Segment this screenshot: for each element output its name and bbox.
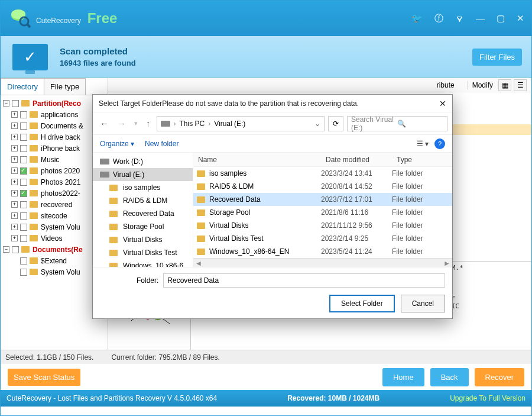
nav-up-icon[interactable]: ↑ — [144, 117, 153, 130]
expand-icon[interactable]: + — [11, 212, 18, 219]
folder-item[interactable]: RAID5 & LDM — [93, 194, 193, 207]
refresh-icon[interactable]: ⟳ — [328, 116, 343, 131]
list-item[interactable]: iso samples2023/3/24 13:41File folder — [193, 167, 452, 180]
folder-item[interactable]: Storage Pool — [93, 220, 193, 233]
checkbox[interactable] — [20, 134, 27, 141]
expand-icon[interactable]: + — [11, 167, 18, 174]
expand-icon[interactable]: + — [11, 111, 18, 118]
tree-item[interactable]: +H drive back — [2, 131, 106, 143]
facebook-icon[interactable]: ⓕ — [434, 13, 443, 24]
expand-icon[interactable]: − — [3, 100, 9, 107]
tree-item[interactable]: +iPhone back — [2, 143, 106, 154]
filter-files-button[interactable]: Filter Files — [472, 49, 522, 66]
tree-item[interactable]: +Photos 2021 — [2, 176, 106, 188]
checkbox[interactable] — [20, 111, 27, 118]
cancel-button[interactable]: Cancel — [401, 295, 445, 312]
tab-directory[interactable]: Directory — [1, 78, 44, 95]
col-type[interactable]: Type — [392, 156, 417, 164]
expand-icon[interactable]: + — [11, 156, 18, 163]
expand-icon[interactable]: + — [11, 190, 18, 196]
expand-icon[interactable]: + — [11, 145, 18, 151]
checkbox[interactable] — [20, 269, 27, 276]
view-grid-icon[interactable]: ▦ — [498, 79, 511, 91]
horizontal-scrollbar[interactable]: ◄► — [193, 258, 452, 267]
save-scan-status-button[interactable]: Save Scan Status — [8, 369, 80, 386]
checkbox[interactable] — [12, 246, 19, 253]
minimize-icon[interactable]: — — [476, 14, 485, 24]
list-item[interactable]: RAID5 & LDM2020/8/14 14:52File folder — [193, 180, 452, 193]
checkbox[interactable] — [20, 201, 27, 208]
checkbox[interactable] — [20, 167, 27, 175]
search-input[interactable]: Search Virual (E:) 🔍 — [347, 116, 447, 131]
tree-item[interactable]: −Documents(Re — [2, 244, 106, 255]
tree-item[interactable]: $Extend — [2, 255, 106, 266]
back-button[interactable]: Back — [430, 368, 469, 386]
tree-item[interactable]: +Documents & — [2, 120, 106, 131]
folder-item[interactable]: Recovered Data — [93, 207, 193, 220]
tree-item[interactable]: +photos2022- — [2, 188, 106, 199]
list-item[interactable]: Virtual Disks2021/11/12 9:56File folder — [193, 219, 452, 232]
close-icon[interactable]: ✕ — [517, 13, 524, 24]
expand-icon[interactable]: + — [11, 179, 18, 185]
expand-icon[interactable]: + — [11, 122, 18, 129]
share-icon[interactable]: ⛛ — [455, 14, 464, 24]
organize-menu[interactable]: Organize ▾ — [100, 140, 134, 148]
nav-forward-icon[interactable]: → — [115, 117, 128, 130]
col-attribute[interactable]: ribute — [432, 81, 468, 89]
tree-item[interactable]: +sitecode — [2, 210, 106, 221]
select-folder-button[interactable]: Select Folder — [329, 295, 395, 312]
upgrade-link[interactable]: Upgrade To Full Version — [450, 394, 525, 402]
tree-item[interactable]: +applications — [2, 109, 106, 120]
drive-item[interactable]: Work (D:) — [93, 155, 193, 168]
col-name[interactable]: Name — [193, 156, 321, 164]
expand-icon[interactable]: + — [11, 134, 18, 140]
folder-item[interactable]: Virtual Disks — [93, 233, 193, 246]
expand-icon[interactable]: + — [11, 201, 18, 208]
folder-item[interactable]: iso samples — [93, 181, 193, 194]
breadcrumb[interactable]: › This PC › Virual (E:) ⌄ — [157, 116, 325, 131]
list-item[interactable]: Recovered Data2023/7/12 17:01File folder — [193, 193, 452, 206]
expand-icon[interactable]: + — [11, 235, 18, 241]
recover-button[interactable]: Recover — [475, 368, 524, 386]
tree-item[interactable]: +recovered — [2, 199, 106, 210]
checkbox[interactable] — [12, 100, 19, 107]
tab-file-type[interactable]: File type — [44, 78, 86, 95]
tree-item[interactable]: System Volu — [2, 266, 106, 278]
home-button[interactable]: Home — [382, 368, 424, 386]
view-list-icon[interactable]: ☰ — [514, 79, 527, 91]
expand-icon[interactable]: − — [3, 246, 9, 253]
checkbox[interactable] — [20, 190, 27, 197]
dialog-folder-tree[interactable]: Work (D:)Virual (E:)iso samplesRAID5 & L… — [93, 153, 193, 267]
tree-item[interactable]: +System Volu — [2, 221, 106, 233]
drive-item[interactable]: Virual (E:) — [93, 168, 193, 181]
checkbox[interactable] — [20, 212, 27, 220]
twitter-icon[interactable]: 🐦 — [411, 13, 423, 24]
checkbox[interactable] — [20, 257, 27, 265]
checkbox[interactable] — [20, 122, 27, 130]
tree-item[interactable]: +Music — [2, 154, 106, 165]
maximize-icon[interactable]: ▢ — [497, 13, 505, 24]
nav-back-icon[interactable]: ← — [98, 117, 111, 130]
tree-item[interactable]: +photos 2020 — [2, 165, 106, 176]
directory-tree[interactable]: −Partition(Reco+applications+Documents &… — [1, 95, 108, 350]
checkbox[interactable] — [20, 235, 27, 242]
chevron-down-icon[interactable]: ⌄ — [314, 120, 320, 128]
tree-item[interactable]: −Partition(Reco — [2, 98, 106, 109]
col-date-modified[interactable]: Date modified — [321, 156, 392, 164]
folder-item[interactable]: Windows_10 x86-6 — [93, 259, 193, 267]
tree-item[interactable]: +Videos — [2, 233, 106, 244]
folder-input[interactable] — [163, 273, 445, 288]
list-item[interactable]: Storage Pool2021/8/6 11:16File folder — [193, 206, 452, 219]
new-folder-button[interactable]: New folder — [145, 140, 179, 148]
list-item[interactable]: Virtual Disks Test2023/2/14 9:25File fol… — [193, 232, 452, 245]
checkbox[interactable] — [20, 179, 27, 186]
expand-icon[interactable]: + — [11, 224, 18, 230]
view-mode-icon[interactable]: ☰ ▾ — [417, 140, 429, 148]
folder-item[interactable]: Virtual Disks Test — [93, 246, 193, 259]
dialog-close-icon[interactable]: ✕ — [439, 99, 446, 108]
checkbox[interactable] — [20, 224, 27, 231]
col-modify[interactable]: Modify — [468, 81, 498, 89]
nav-recent-icon[interactable]: ▾ — [132, 118, 140, 128]
list-item[interactable]: Windows_10_x86-64_EN2023/5/24 11:24File … — [193, 245, 452, 258]
help-icon[interactable]: ? — [434, 138, 445, 149]
